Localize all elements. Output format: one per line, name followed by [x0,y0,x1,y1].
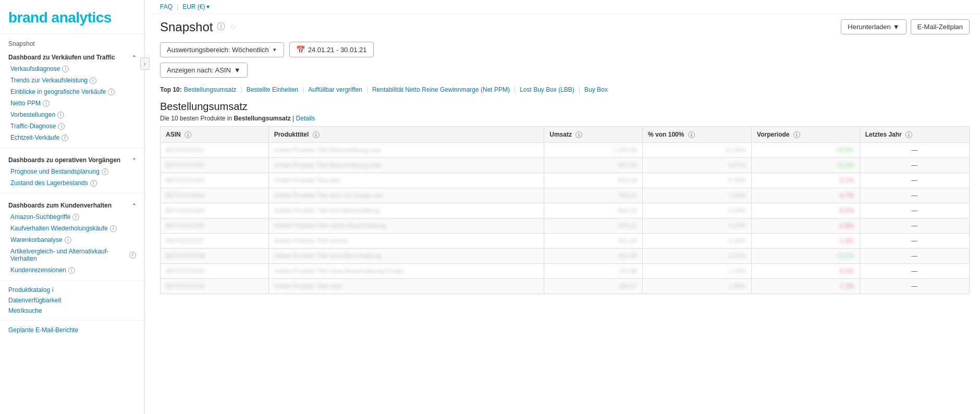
cell-title: Artikel Produkt Titel zehn [268,279,544,294]
sidebar-item-trends[interactable]: Trends zur Verkaufsleistung i [0,75,144,86]
table-row: B07XXXXX06 Artikel Produkt Titel sechs B… [161,218,970,234]
info-icon[interactable]: i [793,131,800,138]
date-range-button[interactable]: 📅 24.01.21 - 30.01.21 [289,42,374,57]
sidebar-item-label: Warenkorbanalyse [10,236,63,243]
info-icon[interactable]: i [110,225,117,232]
info-icon[interactable]: i [58,123,65,130]
col-header-produkttitel: Produkttitel i [268,127,544,143]
top10-link-bestellte-einheiten[interactable]: Bestellte Einheiten [247,86,298,93]
currency-label: EUR (€) [182,3,205,10]
star-icon[interactable]: ☆ [229,22,237,32]
brand-logo: brand analytics [0,0,144,34]
sidebar-item-label: Traffic-Diagnose [10,123,56,130]
sidebar-item-label: Echtzeit-Verkäufe [10,134,59,141]
info-icon[interactable]: i [68,267,75,274]
sidebar-item-warenkorbanalyse[interactable]: Warenkorbanalyse i [0,234,144,246]
info-icon[interactable]: i [905,131,912,138]
info-icon[interactable]: i [65,237,71,243]
currency-selector[interactable]: EUR (€) ▾ [182,3,210,10]
details-link[interactable]: Details [296,115,315,122]
cell-umsatz: 876,54 [544,173,643,188]
info-icon[interactable]: i [575,131,582,138]
top10-link-rentabilitat[interactable]: Rentabilität Netto Reine Gewinnmarge (Ne… [372,86,510,93]
sidebar-item-kaufverhalten[interactable]: Kaufverhalten Wiederholungskäufe i [0,223,144,234]
sidebar-item-label: Kaufverhalten Wiederholungskäufe [10,225,108,232]
info-icon[interactable]: i [72,214,79,221]
info-icon[interactable]: i [62,66,69,72]
topbar-separator: | [177,3,178,10]
faq-link[interactable]: FAQ [160,3,173,10]
top10-sep: | [241,86,242,93]
top10-prefix: Top 10: [160,86,182,93]
info-icon[interactable]: i [102,168,108,175]
date-range-label: 24.01.21 - 30.01.21 [308,46,367,54]
cell-umsatz: 654,32 [544,203,643,218]
top10-navigation: Top 10: Bestellungsumsatz | Bestellte Ei… [150,83,980,99]
info-icon[interactable]: i [313,131,320,138]
col-header-percent: % von 100% i [643,127,752,143]
table-row: B07XXXXX09 Artikel Produkt Titel neun Be… [161,264,970,279]
email-schedule-button[interactable]: E-Mail-Zeitplan [911,19,970,34]
info-icon[interactable]: i [108,89,115,95]
sidebar-collapse-button[interactable]: ‹ [140,57,150,70]
sidebar-item-produktkatalog[interactable]: Produktkatalog i [0,285,144,295]
period-filter-button[interactable]: Auswertungsbereich: Wöchentlich ▼ [160,42,284,57]
sidebar-item-lagerbestand[interactable]: Zustand des Lagerbestands i [0,177,144,189]
page-title: Snapshot [160,20,213,34]
sidebar-item-echtzeit[interactable]: Echtzeit-Verkäufe i [0,132,144,143]
cell-percent: 3,21% [643,249,752,264]
page-header: Snapshot ⓘ ☆ Herunterladen ▼ E-Mail-Zeit… [150,14,980,39]
cell-umsatz: 987,65 [544,158,643,173]
info-icon[interactable]: i [52,286,54,294]
sidebar-group-verkaufen[interactable]: Dashboard zu Verkäufen und Traffic ⌃ [0,50,144,63]
sidebar-snapshot-label[interactable]: Snapshot [0,34,144,50]
info-icon[interactable]: i [185,131,191,138]
sidebar-item-label: Prognose und Bestandsplanung [10,168,100,175]
sidebar-group-kundenverhalten[interactable]: Dashboards zum Kundenverhalten ⌃ [0,198,144,211]
cell-letztes-jahr: — [860,279,969,294]
info-icon[interactable]: i [90,77,96,84]
sidebar-item-vorbestellungen[interactable]: Vorbestellungen i [0,109,144,120]
cell-letztes-jahr: — [860,158,969,173]
cell-percent: 7,65% [643,188,752,203]
sidebar-item-suchbegriffe[interactable]: Amazon-Suchbegriffe i [0,211,144,223]
info-circle-icon[interactable]: ⓘ [217,21,225,32]
section-title: Bestellungsumsatz [150,99,980,114]
sidebar-item-label: Einblicke in geografische Verkäufe [10,88,106,95]
info-icon[interactable]: i [90,180,97,187]
sidebar-item-datenverfugbarkeit[interactable]: Datenverfügbarkeit [0,295,144,306]
info-icon[interactable]: i [688,131,695,138]
view-selector-button[interactable]: Anzeigen nach: ASIN ▼ [160,63,248,78]
cell-umsatz: 765,43 [544,188,643,203]
cell-asin: B07XXXXX02 [161,158,269,173]
main-content: FAQ | EUR (€) ▾ Snapshot ⓘ ☆ Herunterlad… [150,0,980,414]
sidebar-item-metriksuche[interactable]: Metriksuche [0,306,144,316]
top-bar: FAQ | EUR (€) ▾ [150,0,980,14]
cell-umsatz: 432,10 [544,234,643,249]
table-row: B07XXXXX10 Artikel Produkt Titel zehn 10… [161,279,970,294]
sidebar-item-geografische[interactable]: Einblicke in geografische Verkäufe i [0,86,144,98]
sidebar-group-operativ[interactable]: Dashboards zu operativen Vorgängen ⌃ [0,152,144,166]
cell-percent: 5,43% [643,218,752,234]
info-icon[interactable]: i [62,135,68,141]
sidebar-item-traffic[interactable]: Traffic-Diagnose i [0,120,144,132]
sidebar-item-kundenrezensionen[interactable]: Kundenrezensionen i [0,264,144,276]
download-button[interactable]: Herunterladen ▼ [841,19,906,34]
sidebar-item-artikelvergleich[interactable]: Artikelvergleich- und Alternativkauf-Ver… [0,246,144,264]
info-icon[interactable]: i [57,112,64,118]
chevron-up-icon: ⌃ [132,55,136,60]
header-actions: Herunterladen ▼ E-Mail-Zeitplan [841,19,970,34]
info-icon[interactable]: i [129,252,136,259]
top10-link-lost-buy-box[interactable]: Lost Buy Box (LBB) [520,86,574,93]
info-icon[interactable]: i [43,100,50,107]
sidebar-item-prognose[interactable]: Prognose und Bestandsplanung i [0,166,144,177]
top10-link-bestellungsumsatz[interactable]: Bestellungsumsatz [184,86,237,93]
top10-link-auffullbar[interactable]: Auffüllbar vergriffen [308,86,362,93]
sidebar-item-nettoppm[interactable]: Netto PPM i [0,98,144,109]
sidebar-item-email-berichte[interactable]: Geplante E-Mail-Berichte [0,325,144,335]
col-header-asin: ASIN i [161,127,269,143]
sidebar-item-verkaufsdiagnose[interactable]: Verkaufsdiagnose i [0,63,144,75]
data-table: ASIN i Produkttitel i Umsatz i % von 100… [160,126,970,294]
top10-link-buy-box[interactable]: Buy Box [584,86,608,93]
filters-bar: Auswertungsbereich: Wöchentlich ▼ 📅 24.0… [150,39,980,63]
